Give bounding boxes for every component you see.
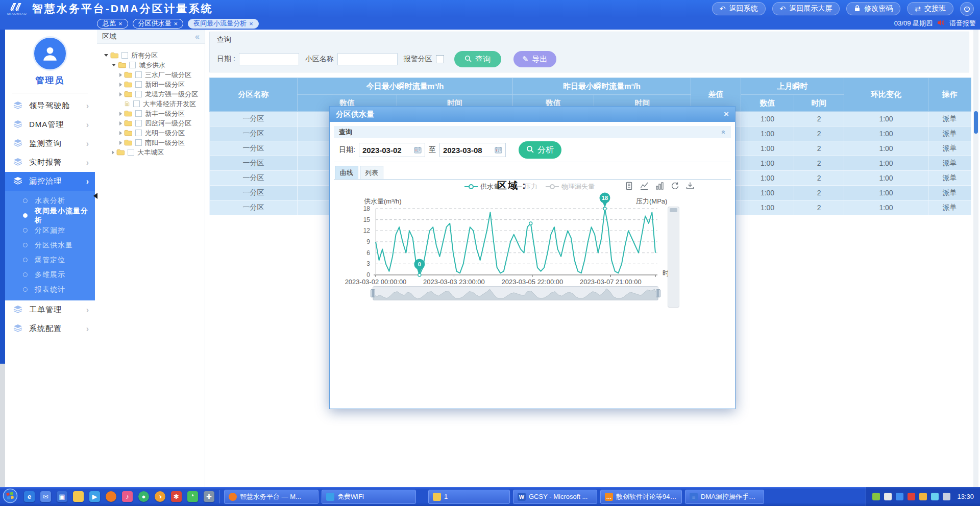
tree-collapsed-arrow-icon[interactable]	[119, 131, 122, 135]
tray-icon-1[interactable]	[884, 493, 892, 500]
tab-close-icon[interactable]: ×	[118, 20, 122, 27]
date-input[interactable]	[239, 53, 299, 65]
tree-checkbox[interactable]	[135, 110, 142, 117]
tree-collapsed-arrow-icon[interactable]	[119, 83, 122, 87]
datazoom-slider[interactable]	[373, 286, 658, 300]
tray-icon-4[interactable]	[919, 493, 927, 500]
tree-collapsed-arrow-icon[interactable]	[119, 73, 122, 77]
sidebar-subitem-多维展示[interactable]: 多维展示	[5, 267, 95, 282]
export-button[interactable]: ✎ 导出	[513, 51, 556, 67]
date-from-input[interactable]: 2023-03-02	[359, 143, 425, 157]
vertical-scrollbar-track[interactable]	[973, 30, 978, 487]
tray-icon-0[interactable]	[872, 493, 880, 500]
pressure-axis-slider[interactable]	[668, 207, 679, 308]
back-system-button[interactable]: ↶ 返回系统	[712, 2, 766, 15]
sidebar-item-漏控治理[interactable]: 漏控治理›	[5, 172, 95, 191]
nav-tab-0[interactable]: 总览×	[97, 19, 128, 29]
tray-icon-6[interactable]	[943, 493, 950, 500]
start-button[interactable]	[3, 488, 18, 505]
tree-node-四岔河一级分区[interactable]: 四岔河一级分区	[101, 118, 203, 128]
tray-icon-2[interactable]	[896, 493, 903, 500]
tree-checkbox[interactable]	[135, 91, 142, 97]
vertical-scrollbar-thumb[interactable]	[974, 111, 978, 134]
tree-checkbox[interactable]	[135, 139, 142, 146]
data-view-icon[interactable]	[625, 182, 633, 192]
col-header-yesterday[interactable]: 昨日最小瞬时流量m³/h	[513, 78, 691, 95]
tray-icon-5[interactable]	[931, 493, 939, 500]
task-window-3[interactable]: WGCSY - Microsoft ...	[513, 490, 597, 504]
power-button[interactable]	[960, 2, 974, 16]
tray-icon-3[interactable]	[908, 493, 915, 500]
tree-node-城乡供水[interactable]: 城乡供水	[101, 60, 203, 70]
tree-expanded-arrow-icon[interactable]	[104, 54, 108, 57]
desktop-icon[interactable]: ▣	[57, 491, 67, 502]
tab-close-icon[interactable]: ×	[174, 20, 178, 27]
sidebar-subitem-分区漏控[interactable]: 分区漏控	[5, 223, 95, 238]
sidebar-item-工单管理[interactable]: 工单管理›	[5, 300, 95, 319]
tree-expanded-arrow-icon[interactable]	[112, 64, 116, 66]
pinwheel-icon[interactable]: ✱	[171, 491, 182, 502]
tree-node-所有分区[interactable]: 所有分区	[101, 50, 203, 60]
sidebar-item-领导驾驶舱[interactable]: 领导驾驶舱›	[5, 96, 95, 115]
subcol-lastmonth-value[interactable]: 数值	[741, 95, 794, 112]
task-window-4[interactable]: …散创软件讨论等94个...	[600, 490, 682, 504]
tree-collapsed-arrow-icon[interactable]	[112, 150, 114, 155]
tree-collapsed-arrow-icon[interactable]	[119, 121, 122, 125]
dispatch-link[interactable]: 派单	[943, 129, 957, 137]
analyze-button[interactable]: 分析	[519, 141, 561, 159]
col-header-name[interactable]: 分区名称	[210, 78, 298, 112]
line-chart-icon[interactable]	[640, 182, 649, 192]
tree-checkbox[interactable]	[135, 120, 142, 127]
tab-close-icon[interactable]: ×	[249, 20, 253, 27]
dispatch-link[interactable]: 派单	[943, 114, 957, 122]
alarm-partition-checkbox[interactable]	[436, 55, 444, 63]
task-window-0[interactable]: 智慧水务平台 — M...	[224, 490, 318, 504]
nav-tab-2[interactable]: 夜间最小流量分析×	[188, 19, 259, 29]
dispatch-link[interactable]: 派单	[943, 144, 957, 152]
col-header-mom[interactable]: 环比变化	[844, 78, 928, 112]
tree-checkbox[interactable]	[135, 71, 142, 78]
tools-icon[interactable]: ✚	[204, 491, 214, 502]
tree-node-新丰一级分区[interactable]: 新丰一级分区	[101, 109, 203, 118]
firefox-icon[interactable]	[106, 491, 116, 502]
messenger-icon[interactable]: ❛	[187, 491, 198, 502]
globe-icon[interactable]: ●	[138, 491, 149, 502]
internet-explorer-icon[interactable]: e	[24, 491, 35, 502]
save-image-icon[interactable]	[686, 182, 695, 192]
dispatch-link[interactable]: 派单	[943, 188, 957, 196]
tree-node-大丰城区[interactable]: 大丰城区	[101, 147, 203, 157]
browser-icon[interactable]: ◑	[155, 491, 165, 502]
legend-item-物理漏失量[interactable]: 物理漏失量	[546, 182, 595, 191]
sidebar-item-实时报警[interactable]: 实时报警›	[5, 153, 95, 172]
col-header-action[interactable]: 操作	[928, 78, 971, 112]
tree-node-龙堤方强一级分区[interactable]: 龙堤方强一级分区	[101, 89, 203, 99]
tree-collapsed-arrow-icon[interactable]	[119, 112, 122, 116]
dispatch-link[interactable]: 派单	[943, 159, 957, 167]
nav-tab-1[interactable]: 分区供水量×	[133, 19, 184, 29]
tree-node-光明一级分区[interactable]: 光明一级分区	[101, 128, 203, 138]
change-password-button[interactable]: 修改密码	[846, 2, 900, 15]
voice-alarm-label[interactable]: 语音报警	[949, 19, 976, 28]
sidebar-subitem-爆管定位[interactable]: 爆管定位	[5, 252, 95, 267]
tree-collapsed-arrow-icon[interactable]	[119, 92, 122, 96]
tree-checkbox[interactable]	[121, 52, 128, 59]
task-window-5[interactable]: ≡DMA漏控操作手册....	[685, 490, 764, 504]
subcol-lastmonth-time[interactable]: 时间	[794, 95, 844, 112]
tree-checkbox[interactable]	[135, 81, 142, 88]
tree-node-南阳一级分区[interactable]: 南阳一级分区	[101, 138, 203, 147]
tree-checkbox[interactable]	[128, 149, 134, 156]
search-button[interactable]: 查询	[454, 51, 501, 67]
tree-collapsed-arrow-icon[interactable]	[119, 141, 122, 145]
calendar-icon[interactable]	[414, 146, 422, 154]
folder-icon[interactable]	[73, 491, 84, 502]
sidebar-subitem-分区供水量[interactable]: 分区供水量	[5, 238, 95, 252]
sidebar-item-监测查询[interactable]: 监测查询›	[5, 134, 95, 153]
panel-collapse-icon[interactable]: «	[195, 32, 200, 41]
community-input[interactable]	[337, 53, 398, 65]
dispatch-link[interactable]: 派单	[943, 203, 957, 211]
line-chart[interactable]: 018	[374, 207, 657, 278]
mail-icon[interactable]: ✉	[40, 491, 51, 502]
tree-checkbox[interactable]	[129, 62, 136, 68]
datazoom-handle-left[interactable]	[371, 289, 375, 297]
sidebar-collapse-handle[interactable]	[93, 193, 97, 199]
